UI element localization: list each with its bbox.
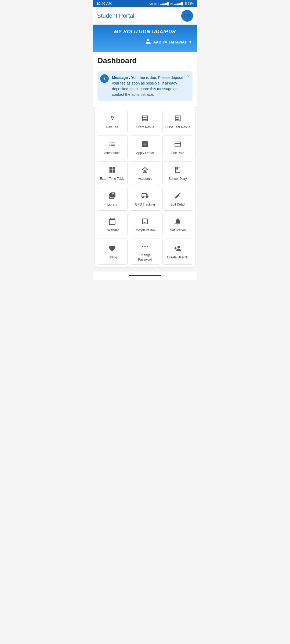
school-diary-label: School Diary (169, 177, 187, 181)
grid-item-school-diary[interactable]: School Diary (162, 161, 193, 185)
avatar-svg (145, 38, 151, 44)
user-info[interactable]: AADIYA JAITAWAT ▼ (98, 38, 192, 46)
pay-fee-label: Pay Fee (106, 125, 118, 130)
school-diary-icon (174, 166, 182, 175)
grid-item-apply-leave[interactable]: Apply Leave (130, 136, 160, 159)
svg-point-2 (147, 246, 148, 247)
chevron-down-icon: ▼ (189, 40, 192, 44)
battery-icon: 🔋83% (184, 2, 194, 5)
signal-icon: ▂▄▆█ (160, 2, 169, 5)
fee-paid-icon (174, 140, 182, 149)
grid-container: Pay FeeExam ResultClass Test ResultAtten… (95, 107, 195, 267)
grid-item-notification[interactable]: Notification (162, 213, 193, 236)
sibling-icon (108, 245, 116, 253)
complaint-box-icon (141, 218, 149, 226)
exam-time-table-label: Exam Time Table (100, 177, 125, 181)
dashboard-title: Dashboard (97, 56, 193, 65)
status-time: 10:40 AM (96, 2, 112, 6)
calendar-label: Calendar (106, 228, 119, 233)
exam-result-label: Exam Result (136, 125, 154, 130)
signal2-icon: ▂▄▆█ (174, 2, 183, 5)
svg-point-0 (142, 246, 144, 247)
alert-info-icon: i (100, 74, 109, 83)
power-icon (183, 12, 191, 20)
edit-detail-label: Edit Detail (171, 203, 185, 207)
school-name: MY SOLUTION UDAIPUR (98, 29, 192, 35)
network-icon: Vo 4G+ (149, 2, 159, 5)
exam-result-icon (141, 115, 149, 123)
change-password-label: Change Password (132, 253, 158, 262)
edit-detail-icon (174, 192, 182, 200)
calendar-icon (108, 218, 116, 226)
create-user-id-label: Create User ID (167, 255, 189, 260)
grid-item-calendar[interactable]: Calendar (97, 213, 128, 236)
grid-item-exam-time-table[interactable]: Exam Time Table (97, 161, 128, 185)
notification-icon (174, 218, 182, 226)
create-user-id-icon (174, 245, 182, 253)
alert-box: i × Message : Your fee is due. Please de… (97, 71, 193, 101)
status-icons: Vo 4G+ ▂▄▆█ Vo ▂▄▆█ 🔋83% (149, 2, 194, 5)
grid-item-gps-tracking[interactable]: GPS Tracking (130, 187, 160, 211)
banner: MY SOLUTION UDAIPUR AADIYA JAITAWAT ▼ (93, 25, 197, 52)
alert-label: Message : (112, 75, 130, 80)
gps-tracking-icon (141, 192, 149, 200)
user-avatar-icon (145, 38, 151, 46)
grid-item-academic[interactable]: Academic (130, 161, 160, 185)
alert-close-button[interactable]: × (187, 74, 190, 79)
apply-leave-label: Apply Leave (136, 151, 154, 155)
home-indicator (129, 275, 161, 276)
grid-item-change-password[interactable]: Change Password (130, 239, 160, 265)
class-test-result-icon (174, 115, 182, 123)
grid-item-library[interactable]: Library (97, 187, 128, 211)
academic-icon (141, 166, 149, 175)
apply-leave-icon (141, 140, 149, 149)
grid-item-sibling[interactable]: Sibling (97, 239, 128, 265)
complaint-box-label: Complaint Box (135, 228, 155, 233)
menu-grid: Pay FeeExam ResultClass Test ResultAtten… (97, 110, 193, 265)
attendance-label: Attendance (104, 151, 121, 155)
grid-item-exam-result[interactable]: Exam Result (130, 110, 160, 133)
library-icon (108, 192, 116, 200)
grid-item-attendance[interactable]: Attendance (97, 136, 128, 159)
volte-icon: Vo (170, 2, 173, 5)
change-password-icon (141, 243, 149, 251)
divider (97, 67, 193, 67)
library-label: Library (107, 203, 117, 207)
dashboard-section: Dashboard i × Message : Your fee is due.… (93, 52, 197, 107)
pay-fee-icon (108, 115, 116, 123)
bottom-bar (93, 272, 197, 280)
app-title: Student Portal (97, 12, 134, 19)
exam-time-table-icon (108, 166, 116, 175)
notification-label: Notification (170, 228, 186, 233)
attendance-icon (108, 140, 116, 149)
app-header: Student Portal (93, 7, 197, 25)
sibling-label: Sibling (107, 255, 117, 260)
grid-item-edit-detail[interactable]: Edit Detail (162, 187, 193, 211)
power-button[interactable] (181, 10, 193, 22)
gps-tracking-label: GPS Tracking (135, 203, 155, 207)
grid-item-pay-fee[interactable]: Pay Fee (97, 110, 128, 133)
class-test-result-label: Class Test Result (165, 125, 190, 130)
fee-paid-label: Fee Paid (171, 151, 184, 155)
grid-item-class-test-result[interactable]: Class Test Result (162, 110, 193, 133)
status-bar: 10:40 AM Vo 4G+ ▂▄▆█ Vo ▂▄▆█ 🔋83% (93, 0, 197, 7)
alert-text: Message : Your fee is due. Please deposi… (112, 75, 189, 97)
grid-item-complaint-box[interactable]: Complaint Box (130, 213, 160, 236)
user-name: AADIYA JAITAWAT (153, 40, 187, 44)
grid-item-create-user-id[interactable]: Create User ID (162, 239, 193, 265)
grid-item-fee-paid[interactable]: Fee Paid (162, 136, 193, 159)
svg-point-1 (144, 246, 146, 247)
academic-label: Academic (138, 177, 152, 181)
